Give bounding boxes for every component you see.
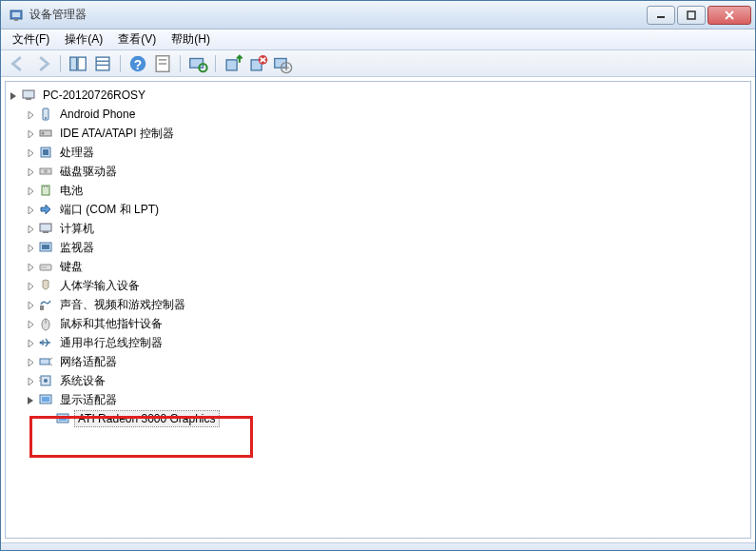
svg-rect-51: [40, 359, 49, 364]
window-controls: [647, 6, 751, 25]
tree-category-node[interactable]: 声音、视频和游戏控制器: [23, 295, 750, 314]
category-icon: [38, 240, 53, 255]
collapse-icon[interactable]: [8, 89, 19, 101]
svg-text:?: ?: [134, 57, 142, 71]
toolbar-separator: [120, 55, 121, 72]
device-tree[interactable]: PC-20120726ROSY Android PhoneIDE ATA/ATA…: [5, 81, 751, 539]
svg-rect-27: [26, 98, 31, 100]
svg-rect-47: [40, 305, 44, 310]
expand-icon[interactable]: [25, 394, 36, 405]
statusbar: [1, 542, 755, 550]
close-button[interactable]: [708, 6, 751, 25]
tree-category-node[interactable]: 系统设备: [23, 371, 750, 390]
update-driver-button[interactable]: [222, 53, 244, 74]
expand-spacer: [42, 413, 53, 424]
category-icon: [38, 183, 53, 198]
svg-point-55: [44, 379, 48, 383]
category-icon: [38, 107, 53, 122]
tree-category-node[interactable]: 通用串行总线控制器: [23, 333, 750, 352]
category-icon: [38, 202, 53, 217]
category-icon: [38, 354, 53, 369]
show-hide-tree-button[interactable]: [67, 53, 89, 74]
category-label: 显示适配器: [57, 391, 120, 409]
tree-category-node[interactable]: Android Phone: [23, 105, 750, 124]
category-label: 处理器: [57, 144, 97, 162]
tree-category-node[interactable]: IDE ATA/ATAPI 控制器: [23, 124, 750, 143]
expand-icon[interactable]: [25, 147, 36, 158]
toolbar-separator: [60, 55, 61, 72]
menu-help[interactable]: 帮助(H): [164, 30, 218, 49]
expand-icon[interactable]: [25, 280, 36, 291]
category-label: 监视器: [57, 239, 97, 257]
expand-icon[interactable]: [25, 261, 36, 272]
back-button[interactable]: [7, 53, 29, 74]
tree-category-node[interactable]: 端口 (COM 和 LPT): [23, 200, 750, 219]
category-icon: [38, 221, 53, 236]
scan-hardware-button[interactable]: [186, 53, 209, 74]
menu-action[interactable]: 操作(A): [57, 30, 110, 49]
svg-rect-42: [42, 245, 49, 249]
tree-category-node[interactable]: 人体学输入设备: [23, 276, 750, 295]
tree-category-node[interactable]: 网络适配器: [23, 352, 750, 371]
menu-view[interactable]: 查看(V): [110, 30, 164, 49]
uninstall-button[interactable]: [246, 53, 269, 74]
category-icon: [38, 278, 53, 293]
toolbar-separator: [180, 55, 181, 72]
window-title: 设备管理器: [29, 7, 647, 23]
tree-category-node[interactable]: 监视器: [23, 238, 750, 257]
root-label: PC-20120726ROSY: [40, 88, 148, 103]
category-label: 鼠标和其他指针设备: [57, 315, 165, 333]
menubar: 文件(F) 操作(A) 查看(V) 帮助(H): [1, 30, 755, 50]
svg-rect-8: [78, 57, 86, 70]
properties-button[interactable]: [151, 53, 174, 74]
expand-icon[interactable]: [25, 299, 36, 310]
app-icon: [9, 8, 24, 23]
export-button[interactable]: [91, 53, 114, 74]
device-label: ATI Radeon 3000 Graphics: [74, 410, 220, 427]
category-label: IDE ATA/ATAPI 控制器: [57, 125, 177, 143]
category-icon: [38, 259, 53, 274]
svg-rect-7: [70, 57, 77, 70]
svg-rect-37: [44, 186, 45, 187]
add-hardware-button[interactable]: [271, 53, 294, 74]
tree-category-node[interactable]: 处理器: [23, 143, 750, 162]
help-button[interactable]: ?: [126, 53, 149, 74]
expand-icon[interactable]: [25, 242, 36, 253]
tree-category-node[interactable]: 键盘: [23, 257, 750, 276]
svg-rect-38: [47, 186, 48, 187]
tree-category-node[interactable]: 磁盘驱动器: [23, 162, 750, 181]
expand-icon[interactable]: [25, 318, 36, 329]
svg-rect-1: [12, 12, 20, 17]
minimize-button[interactable]: [647, 6, 675, 25]
svg-rect-26: [23, 90, 34, 98]
category-label: 磁盘驱动器: [57, 163, 120, 181]
expand-icon[interactable]: [25, 185, 36, 196]
maximize-button[interactable]: [677, 6, 706, 25]
category-icon: [38, 335, 53, 350]
forward-button[interactable]: [31, 53, 54, 74]
svg-rect-39: [40, 224, 51, 231]
expand-icon[interactable]: [25, 108, 36, 120]
category-icon: [38, 164, 53, 179]
svg-rect-17: [190, 58, 204, 68]
category-icon: [38, 297, 53, 312]
expand-icon[interactable]: [25, 223, 36, 234]
tree-device-node[interactable]: ATI Radeon 3000 Graphics: [40, 409, 750, 428]
tree-category-node[interactable]: 显示适配器: [23, 390, 750, 409]
expand-icon[interactable]: [25, 375, 36, 386]
computer-icon: [21, 88, 36, 103]
tree-category-node[interactable]: 计算机: [23, 219, 750, 238]
expand-icon[interactable]: [25, 166, 36, 177]
menu-file[interactable]: 文件(F): [5, 30, 57, 49]
expand-icon[interactable]: [25, 337, 36, 348]
category-label: 通用串行总线控制器: [57, 334, 165, 352]
category-label: 人体学输入设备: [57, 277, 143, 295]
expand-icon[interactable]: [25, 204, 36, 215]
tree-category-node[interactable]: 电池: [23, 181, 750, 200]
expand-icon[interactable]: [25, 128, 36, 139]
expand-icon[interactable]: [25, 356, 36, 367]
tree-root-node[interactable]: PC-20120726ROSY: [6, 86, 750, 105]
svg-point-29: [45, 117, 47, 119]
category-label: Android Phone: [57, 107, 138, 122]
tree-category-node[interactable]: 鼠标和其他指针设备: [23, 314, 750, 333]
